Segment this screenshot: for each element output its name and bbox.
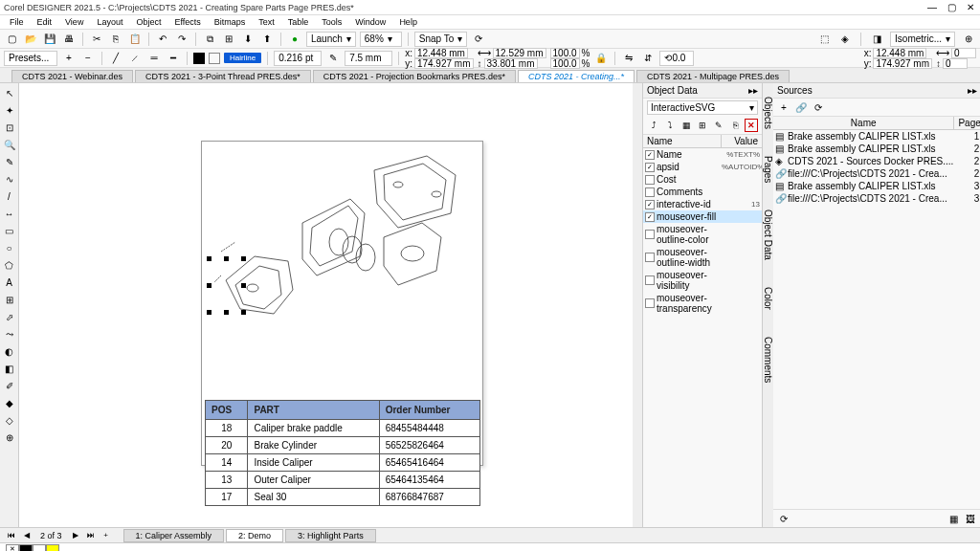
last-page-icon[interactable]: ⏭ <box>85 531 97 540</box>
prev-page-icon[interactable]: ◀ <box>21 531 33 540</box>
refresh-icon[interactable]: ⟳ <box>471 32 486 47</box>
open-icon[interactable]: 📂 <box>23 32 38 47</box>
objdata-row[interactable]: mouseover-transparency <box>643 292 762 315</box>
objdata-row[interactable]: mouseover-outline-color <box>643 223 762 246</box>
menu-text[interactable]: Text <box>253 17 280 27</box>
docker-tab[interactable]: Comments <box>763 333 773 386</box>
selection-handles[interactable] <box>207 256 245 314</box>
calendar-icon[interactable]: ▦ <box>679 119 693 132</box>
field-down-icon[interactable]: ⤵ <box>663 119 677 132</box>
no-color-swatch[interactable]: ✕ <box>6 544 19 552</box>
checkbox-icon[interactable] <box>645 187 655 197</box>
objdata-selection[interactable]: InteractiveSVG▾ <box>647 100 758 115</box>
fill-tool-icon[interactable]: ◆ <box>2 395 17 410</box>
checkbox-icon[interactable]: ✓ <box>645 200 655 209</box>
doc-tab[interactable]: CDTS 2021 - Multipage PRES.des <box>636 70 790 82</box>
close-button[interactable]: ✕ <box>965 2 976 12</box>
curve-tool-icon[interactable]: ∿ <box>2 171 17 187</box>
line-style4-icon[interactable]: ━ <box>166 51 181 66</box>
field-up-icon[interactable]: ⤴ <box>647 119 660 132</box>
table-icon[interactable]: ⊞ <box>221 32 236 47</box>
objdata-row[interactable]: mouseover-outline-width <box>643 246 762 269</box>
line-style2-icon[interactable]: ⟋ <box>127 51 143 66</box>
source-row[interactable]: ▤Brake assembly CALIPER LIST.xls3 <box>773 180 980 192</box>
lock-ratio-icon[interactable]: 🔒 <box>593 51 609 66</box>
docker-tab[interactable]: Object Data <box>763 206 773 264</box>
print-icon[interactable]: 🖶 <box>61 32 77 47</box>
docker-tab[interactable]: Pages <box>763 152 773 187</box>
minimize-button[interactable]: — <box>926 2 938 12</box>
page-tab[interactable]: 3: Highlight Parts <box>285 529 376 542</box>
objdata-row[interactable]: ✓mouseover-fill <box>643 210 762 223</box>
page-tab[interactable]: 2: Demo <box>226 529 283 542</box>
next-page-icon[interactable]: ▶ <box>70 531 81 540</box>
source-row[interactable]: 🔗file:///C:\Projects\CDTS 2021 - Crea...… <box>773 167 980 180</box>
3d-icon[interactable]: ⬚ <box>816 32 832 47</box>
eyedropper-tool-icon[interactable]: ✐ <box>2 378 17 393</box>
zoom-tool-icon[interactable]: 🔍 <box>2 137 17 152</box>
fill-black-icon[interactable] <box>193 53 205 64</box>
projected-icon[interactable]: ◨ <box>869 32 884 47</box>
menu-help[interactable]: Help <box>393 17 423 27</box>
checkbox-icon[interactable]: ✓ <box>645 212 655 222</box>
objdata-row[interactable]: ✓apsid%AUTOID% <box>643 161 762 173</box>
menu-tools[interactable]: Tools <box>316 17 347 27</box>
text-tool-icon[interactable]: A <box>2 275 17 290</box>
checkbox-icon[interactable]: ✓ <box>645 163 655 172</box>
eyedropper-icon[interactable]: ✎ <box>325 51 341 66</box>
link-icon[interactable]: ⧉ <box>202 32 217 47</box>
field-edit-icon[interactable]: ✎ <box>712 119 725 132</box>
snap-dropdown[interactable]: Snap To▾ <box>414 32 468 47</box>
color-swatch-white[interactable] <box>33 544 46 552</box>
checkbox-icon[interactable] <box>645 230 655 239</box>
nudge-distance[interactable]: 7.5 mm <box>345 51 392 66</box>
rect-tool-icon[interactable]: ▭ <box>2 223 17 238</box>
maximize-button[interactable]: ▢ <box>946 2 957 12</box>
effects-tool-icon[interactable]: ◐ <box>2 343 17 359</box>
cut-icon[interactable]: ✂ <box>89 32 104 47</box>
freehand-tool-icon[interactable]: ✎ <box>2 154 17 169</box>
objdata-row[interactable]: ✓interactive-id13 <box>643 198 762 210</box>
objdata-row[interactable]: ✓Name%TEXT% <box>643 148 762 161</box>
doc-tab[interactable]: CDTS 2021 - Webinar.des <box>11 70 133 82</box>
zoom-dropdown[interactable]: 68%▾ <box>360 32 402 47</box>
page-tab[interactable]: 1: Caliper Assembly <box>123 529 225 542</box>
source-row[interactable]: ▤Brake assembly CALIPER LIST.xls1 <box>773 130 980 143</box>
flip-v-icon[interactable]: ⇵ <box>640 51 656 66</box>
undo-icon[interactable]: ↶ <box>155 32 170 47</box>
publish-icon[interactable]: ● <box>287 32 302 47</box>
ellipse-tool-icon[interactable]: ○ <box>2 240 17 255</box>
update-all-icon[interactable]: ⟳ <box>777 512 791 525</box>
checkbox-icon[interactable] <box>645 298 655 308</box>
hairline-badge[interactable]: Hairline <box>224 53 261 63</box>
link-source-icon[interactable]: 🔗 <box>794 100 808 114</box>
import-icon[interactable]: ⬇ <box>240 32 256 47</box>
line-style3-icon[interactable]: ═ <box>146 51 162 66</box>
projection-dropdown[interactable]: Isometric...▾ <box>890 32 955 47</box>
menu-file[interactable]: File <box>4 17 30 27</box>
menu-window[interactable]: Window <box>349 17 391 27</box>
src-img-icon[interactable]: 🖼 <box>964 512 977 525</box>
del-preset-icon[interactable]: − <box>80 51 96 66</box>
docker-tab[interactable]: Color <box>763 283 773 314</box>
source-row[interactable]: 🔗file:///C:\Projects\CDTS 2021 - Crea...… <box>773 192 980 205</box>
axes-icon[interactable]: ⊕ <box>961 32 976 47</box>
objdata-row[interactable]: mouseover-visibility <box>643 269 762 292</box>
src-apply-icon[interactable]: ▦ <box>947 512 960 525</box>
checkbox-icon[interactable]: ✓ <box>645 150 655 160</box>
3d-alt-icon[interactable]: ◈ <box>837 32 853 47</box>
paste-icon[interactable]: 📋 <box>127 32 143 47</box>
doc-tab[interactable]: CDTS 2021 - Creating...* <box>518 70 635 82</box>
color-swatch-yellow[interactable] <box>46 544 59 552</box>
refresh-source-icon[interactable]: ⟳ <box>812 100 825 114</box>
menu-view[interactable]: View <box>59 17 89 27</box>
shape-tool-icon[interactable]: ✦ <box>2 102 17 118</box>
source-row[interactable]: ◈CDTS 2021 - Sources Docker PRES....2 <box>773 155 980 167</box>
doc-tab[interactable]: CDTS 2021 - Projection Bookmarks PRES.de… <box>313 70 516 82</box>
sheet-icon[interactable]: ⊞ <box>696 119 709 132</box>
launch-dropdown[interactable]: Launch▾ <box>306 32 356 47</box>
menu-edit[interactable]: Edit <box>32 17 58 27</box>
checkbox-icon[interactable] <box>645 175 655 185</box>
export-icon[interactable]: ⬆ <box>259 32 275 47</box>
line-style1-icon[interactable]: ╱ <box>108 51 123 66</box>
